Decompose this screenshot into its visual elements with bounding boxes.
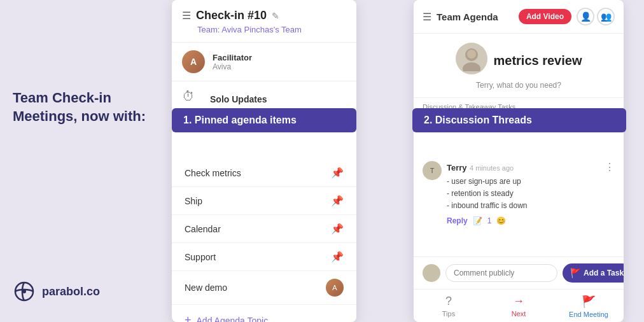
comment-bar: 🚩 Add a Task xyxy=(414,256,624,289)
logo-text: parabol.co xyxy=(42,285,100,298)
reaction-emoji[interactable]: 📝 xyxy=(473,216,482,225)
thread-author: Terry xyxy=(447,163,467,172)
nav-end-meeting[interactable]: 🚩 End Meeting xyxy=(554,295,624,318)
facilitator-name: Aviva xyxy=(213,62,252,71)
thread-text: - user sign-ups are up - retention is st… xyxy=(447,176,615,213)
badge-pill-2: 2. Discussion Threads xyxy=(412,108,626,132)
end-meeting-icon: 🚩 xyxy=(582,295,596,309)
agenda-item-label: Check metrics xyxy=(185,168,241,178)
badge-banner-2: 2. Discussion Threads xyxy=(412,108,626,132)
agenda-item-support[interactable]: Support 📌 xyxy=(172,243,356,271)
left-title: Team Check-inMeetings, now with: xyxy=(13,89,153,125)
plus-icon: + xyxy=(185,314,192,322)
header-icons: 👤 👥 xyxy=(577,8,615,25)
thread-entry: T Terry 4 minutes ago ⋮ - user sign-ups … xyxy=(423,161,615,225)
pin-icon: 📌 xyxy=(331,251,344,263)
checkin-title: Check-in #10 xyxy=(196,9,267,22)
thread-author-avatar: T xyxy=(423,161,442,180)
agenda-item-label: New demo xyxy=(185,283,227,293)
pin-icon: 📌 xyxy=(331,167,344,179)
team-subtitle: Team: Aviva Pinchas's Team xyxy=(182,25,346,34)
logo-area: parabol.co xyxy=(13,280,100,303)
thread-content: Terry 4 minutes ago ⋮ - user sign-ups ar… xyxy=(447,161,615,225)
add-topic-label: Add Agenda Topic... xyxy=(197,316,276,323)
add-task-button[interactable]: 🚩 Add a Task xyxy=(563,263,624,283)
tips-icon: ? xyxy=(445,295,452,308)
panel2-header: ☰ Team Agenda Add Video 👤 👥 xyxy=(414,0,624,34)
solo-updates-label: Solo Updates xyxy=(210,94,267,104)
thread-time: 4 minutes ago xyxy=(470,164,514,172)
agenda-item-check-metrics[interactable]: Check metrics 📌 xyxy=(172,159,356,187)
hamburger-icon[interactable]: ☰ xyxy=(182,10,191,22)
agenda-item-ship[interactable]: Ship 📌 xyxy=(172,187,356,215)
footer-nav: ? Tips → Next 🚩 End Meeting xyxy=(414,289,624,322)
svg-point-2 xyxy=(463,62,480,71)
terry-prompt: Terry, what do you need? xyxy=(476,81,561,90)
agenda-item-label: Ship xyxy=(185,196,202,206)
facilitator-info: Facilitator Aviva xyxy=(213,53,252,71)
panel2-hamburger-icon[interactable]: ☰ xyxy=(423,11,431,23)
team-agenda-title: Team Agenda xyxy=(437,11,514,22)
comment-input-avatar xyxy=(423,264,440,282)
badge-pill-1: 1. Pinned agenda items xyxy=(172,108,356,132)
pin-icon: 📌 xyxy=(331,195,344,207)
edit-icon[interactable]: ✎ xyxy=(272,11,279,21)
agenda-item-new-demo[interactable]: New demo A xyxy=(172,271,356,305)
badge-banner-1: 1. Pinned agenda items xyxy=(172,108,356,132)
next-icon: → xyxy=(513,295,524,308)
agenda-item-avatar: A xyxy=(326,279,344,297)
svg-point-0 xyxy=(22,290,26,293)
panel1-header: ☰ Check-in #10 ✎ Team: Aviva Pinchas's T… xyxy=(172,0,356,43)
emoji-reaction[interactable]: 😊 xyxy=(496,216,506,225)
reaction-count: 1 xyxy=(487,216,492,225)
add-video-button[interactable]: Add Video xyxy=(519,9,571,24)
metrics-avatar-image xyxy=(459,46,484,71)
panel-team-agenda: ☰ Team Agenda Add Video 👤 👥 metrics revi… xyxy=(414,0,624,322)
add-topic-row[interactable]: + Add Agenda Topic... xyxy=(172,305,356,322)
thread-options-icon[interactable]: ⋮ xyxy=(605,161,615,173)
agenda-item-label: Calendar xyxy=(185,224,221,234)
metrics-avatar xyxy=(456,43,487,74)
agenda-item-calendar[interactable]: Calendar 📌 xyxy=(172,215,356,243)
svg-point-3 xyxy=(467,50,476,59)
reply-button[interactable]: Reply xyxy=(447,216,468,225)
settings-icon[interactable]: 👥 xyxy=(597,8,615,25)
profile-icon[interactable]: 👤 xyxy=(577,8,594,25)
nav-next[interactable]: → Next xyxy=(484,295,554,318)
add-task-label: Add a Task xyxy=(584,269,624,277)
left-section: Team Check-inMeetings, now with: xyxy=(13,89,153,125)
facilitator-row: A Facilitator Aviva xyxy=(172,43,356,81)
agenda-item-label: Support xyxy=(185,252,216,262)
tips-label: Tips xyxy=(442,310,455,318)
next-label: Next xyxy=(512,310,526,318)
task-icon: 🚩 xyxy=(570,268,581,278)
parabol-logo-icon xyxy=(13,280,36,303)
comment-input[interactable] xyxy=(445,264,557,282)
comment-area: T Terry 4 minutes ago ⋮ - user sign-ups … xyxy=(414,116,624,256)
pin-icon: 📌 xyxy=(331,223,344,235)
end-label: End Meeting xyxy=(569,311,608,318)
panel-checkin: ☰ Check-in #10 ✎ Team: Aviva Pinchas's T… xyxy=(172,0,356,322)
timer-icon: ⏱ xyxy=(182,89,202,109)
thread-meta: Terry 4 minutes ago ⋮ xyxy=(447,161,615,173)
metrics-title: metrics review xyxy=(494,53,582,68)
thread-reactions: Reply 📝 1 😊 xyxy=(447,216,615,225)
agenda-items-list: Check metrics 📌 Ship 📌 Calendar 📌 Suppor… xyxy=(172,159,356,305)
nav-tips[interactable]: ? Tips xyxy=(414,295,484,318)
metrics-section: metrics review Terry, what do you need? xyxy=(414,34,624,98)
facilitator-avatar: A xyxy=(182,50,205,73)
facilitator-label: Facilitator xyxy=(213,53,252,62)
